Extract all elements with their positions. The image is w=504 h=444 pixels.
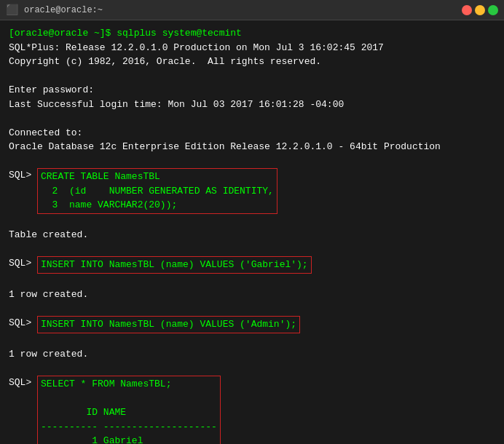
minimize-button[interactable]	[475, 5, 485, 15]
insert2-code: INSERT INTO NamesTBL (name) VALUES ('Adm…	[37, 316, 300, 333]
insert2-block: SQL> INSERT INTO NamesTBL (name) VALUES …	[9, 316, 495, 333]
blank3	[9, 154, 495, 169]
terminal-icon: ⬛	[6, 4, 18, 16]
sqlplus-version: SQL*Plus: Release 12.2.0.1.0 Production …	[9, 41, 495, 55]
oracle-db: Oracle Database 12c Enterprise Edition R…	[9, 140, 495, 154]
last-login: Last Successful login time: Mon Jul 03 2…	[9, 98, 495, 112]
insert1-block: SQL> INSERT INTO NamesTBL (name) VALUES …	[9, 256, 495, 274]
select-block: SQL> SELECT * FROM NamesTBL; ID NAME ---…	[9, 376, 495, 444]
title-bar-text: oracle@oracle:~	[24, 5, 456, 15]
blank2	[9, 111, 495, 126]
blank9	[9, 362, 495, 376]
blank8	[9, 333, 495, 348]
title-bar: ⬛ oracle@oracle:~	[0, 0, 504, 20]
blank5	[9, 242, 495, 257]
blank7	[9, 302, 495, 317]
create-prompt-label: SQL>	[9, 168, 37, 183]
maximize-button[interactable]	[488, 5, 498, 15]
blank1	[9, 69, 495, 84]
row1-created: 1 row created.	[9, 288, 495, 302]
prompt-command: [oracle@oracle ~]$ sqlplus system@tecmin…	[9, 26, 495, 41]
insert1-code: INSERT INTO NamesTBL (name) VALUES ('Gab…	[37, 256, 312, 274]
terminal: [oracle@oracle ~]$ sqlplus system@tecmin…	[0, 20, 504, 444]
close-button[interactable]	[462, 5, 472, 15]
select-prompt-label: SQL>	[9, 376, 37, 390]
connected-to: Connected to:	[9, 126, 495, 140]
window-controls	[462, 5, 498, 15]
create-table-block: SQL> CREATE TABLE NamesTBL 2 (id NUMBER …	[9, 168, 495, 214]
blank6	[9, 274, 495, 288]
insert1-prompt-label: SQL>	[9, 256, 37, 271]
enter-password: Enter password:	[9, 83, 495, 98]
row2-created: 1 row created.	[9, 347, 495, 362]
blank4	[9, 214, 495, 229]
insert2-prompt-label: SQL>	[9, 316, 37, 330]
create-table-code: CREATE TABLE NamesTBL 2 (id NUMBER GENER…	[37, 168, 277, 214]
select-code: SELECT * FROM NamesTBL; ID NAME --------…	[37, 376, 221, 444]
table-created: Table created.	[9, 228, 495, 242]
copyright: Copyright (c) 1982, 2016, Oracle. All ri…	[9, 55, 495, 69]
